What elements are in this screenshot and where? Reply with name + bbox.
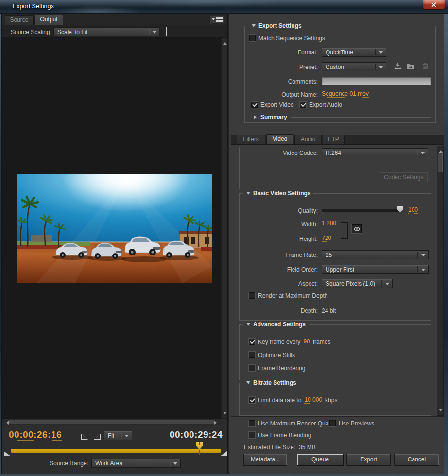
delete-preset-icon: [421, 62, 430, 70]
tab-output[interactable]: Output: [34, 15, 63, 25]
settings-panel: Export Settings Match Sequence Settings …: [229, 14, 444, 474]
format-label: Format:: [241, 49, 318, 56]
optimize-stills-checkbox[interactable]: [249, 352, 255, 358]
height-label: Height:: [241, 236, 318, 242]
work-area-right-handle[interactable]: [220, 451, 227, 456]
preview-image: [17, 174, 212, 283]
frame-rate-dropdown[interactable]: 25: [322, 250, 429, 259]
preset-dropdown[interactable]: Custom: [322, 62, 386, 71]
tab-audio[interactable]: Audio: [294, 135, 322, 144]
summary-row[interactable]: Summary: [254, 114, 431, 120]
use-max-render-quality-checkbox[interactable]: [249, 420, 255, 426]
export-audio-checkbox[interactable]: [300, 102, 306, 108]
tab-filters[interactable]: Filters: [237, 135, 265, 144]
format-dropdown[interactable]: QuickTime: [322, 48, 386, 57]
use-previews-label: Use Previews: [339, 420, 374, 427]
zoom-level-dropdown[interactable]: Fit: [104, 431, 132, 440]
close-icon: [431, 2, 436, 7]
queue-button[interactable]: Queue: [297, 454, 343, 465]
export-audio-label: Export Audio: [309, 102, 342, 108]
render-max-depth-label: Render at Maximum Depth: [258, 292, 327, 299]
frame-reordering-checkbox[interactable]: [249, 365, 255, 371]
source-scaling-value: Scale To Fit: [57, 29, 87, 35]
timeline-work-area-bar[interactable]: [11, 449, 221, 453]
scroll-up-icon: [223, 40, 227, 45]
dimension-bracket: [341, 222, 348, 239]
scroll-up-icon: [439, 148, 443, 153]
chain-link-icon: [354, 227, 360, 231]
preview-viewport[interactable]: [2, 38, 221, 419]
source-scaling-dropdown[interactable]: Scale To Fit: [53, 27, 160, 36]
export-audio-row: Export Audio: [300, 102, 342, 108]
titlebar[interactable]: Export Settings: [0, 0, 448, 14]
export-video-row: Export Video: [251, 102, 294, 108]
width-value[interactable]: 1 280: [322, 221, 336, 227]
preset-label: Preset:: [241, 64, 318, 70]
panel-menu-lines-icon: [216, 17, 223, 22]
use-frame-blending-checkbox[interactable]: [249, 432, 255, 438]
estimated-file-size-label: Estimated File Size:: [244, 444, 295, 451]
dialog-body: Source Output Source Scaling: Scale To F…: [2, 14, 444, 474]
tab-source[interactable]: Source: [5, 15, 34, 25]
use-previews-checkbox[interactable]: [329, 420, 336, 426]
export-button[interactable]: Export: [347, 454, 390, 465]
close-button[interactable]: [423, 0, 445, 10]
hscroll-thumb[interactable]: [9, 420, 214, 424]
window-title: Export Settings: [13, 3, 54, 10]
save-preset-icon[interactable]: [394, 62, 402, 70]
limit-data-rate-value[interactable]: 10 000: [304, 397, 322, 404]
expand-triangle-icon: [254, 115, 257, 119]
current-timecode[interactable]: 00:00:26:16: [9, 429, 62, 441]
tab-ftp[interactable]: FTP: [323, 135, 345, 144]
quality-value[interactable]: 100: [408, 207, 418, 214]
panel-menu-triangle-icon: [212, 18, 215, 20]
match-sequence-settings-label: Match Sequence Settings: [258, 35, 325, 42]
use-frame-blending-row: Use Frame Blending: [249, 432, 311, 439]
comments-input[interactable]: [322, 77, 431, 85]
collapse-triangle-icon: [246, 323, 250, 326]
settings-scroll-thumb[interactable]: [438, 153, 443, 172]
match-sequence-settings-checkbox[interactable]: [249, 35, 256, 41]
scroll-down-icon: [439, 409, 443, 413]
work-area-left-handle[interactable]: [4, 451, 11, 456]
optimize-stills-row: Optimize Stills: [249, 352, 295, 358]
render-max-depth-checkbox[interactable]: [249, 292, 255, 299]
aspect-label: Aspect:: [241, 280, 318, 287]
collapse-triangle-icon: [252, 24, 256, 27]
preview-panel: Source Output Source Scaling: Scale To F…: [2, 14, 227, 474]
height-value[interactable]: 720: [322, 235, 331, 242]
settings-vertical-scrollbar[interactable]: [437, 146, 444, 416]
tab-video[interactable]: Video: [266, 134, 293, 144]
advanced-settings-header[interactable]: Advanced Settings: [243, 321, 309, 328]
match-sequence-settings-row: Match Sequence Settings: [249, 35, 325, 42]
field-order-dropdown[interactable]: Upper First: [322, 265, 429, 274]
cancel-button[interactable]: Cancel: [395, 454, 439, 465]
zoom-level-value: Fit: [108, 432, 114, 439]
aspect-dropdown[interactable]: Square Pixels (1.0): [322, 279, 393, 288]
limit-data-rate-label: Limit data rate to: [258, 397, 301, 404]
import-preset-icon[interactable]: [406, 62, 415, 70]
video-codec-dropdown[interactable]: H.264: [322, 148, 428, 157]
link-dimensions-button[interactable]: [352, 224, 362, 233]
field-order-label: Field Order:: [241, 266, 318, 273]
codec-settings-button[interactable]: Codec Settings: [380, 172, 428, 182]
limit-data-rate-checkbox[interactable]: [249, 397, 255, 403]
bitrate-settings-header[interactable]: Bitrate Settings: [243, 379, 299, 386]
set-out-point-button[interactable]: [94, 434, 101, 440]
preview-horizontal-scrollbar[interactable]: [2, 419, 221, 425]
output-name-link[interactable]: Sequence 01.mov: [322, 91, 369, 98]
quality-slider-track[interactable]: [322, 209, 401, 212]
key-frame-value[interactable]: 90: [303, 339, 310, 345]
set-in-point-button[interactable]: [81, 434, 88, 440]
dialog-footer: Use Maximum Render Quality Use Previews …: [231, 417, 444, 474]
depth-value: 24 bit: [322, 307, 336, 314]
metadata-button[interactable]: Metadata...: [244, 454, 287, 465]
render-max-depth-row: Render at Maximum Depth: [249, 292, 327, 299]
export-settings-header[interactable]: Export Settings: [249, 22, 305, 29]
source-range-dropdown[interactable]: Work Area: [91, 459, 181, 468]
key-frame-checkbox[interactable]: [249, 339, 255, 345]
preview-vertical-scrollbar[interactable]: [221, 38, 228, 419]
basic-video-settings-header[interactable]: Basic Video Settings: [243, 190, 313, 197]
panel-menu-button[interactable]: [210, 16, 224, 23]
export-video-checkbox[interactable]: [251, 102, 258, 108]
